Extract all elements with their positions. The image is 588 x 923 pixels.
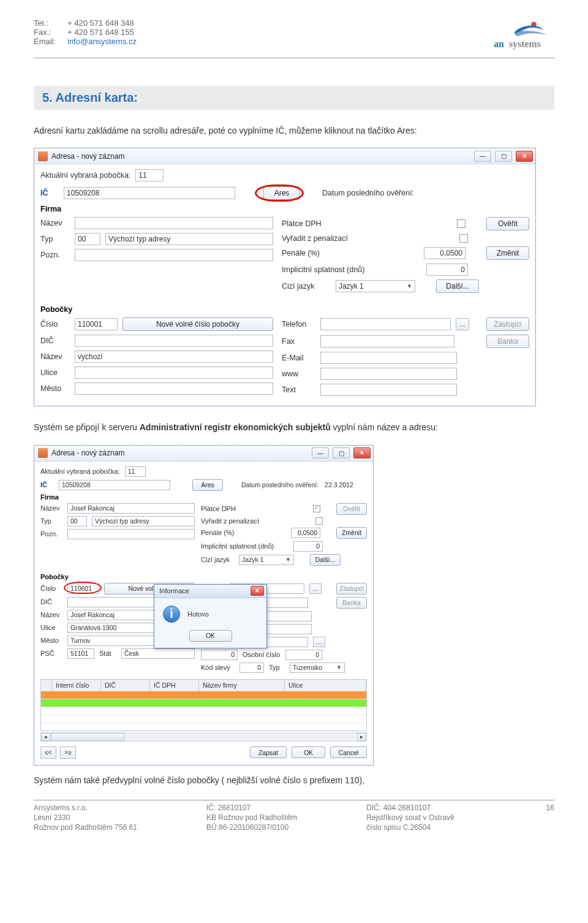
vyradit-label: Vyřadit z penalizací — [282, 234, 454, 243]
zastupci-button-2[interactable]: Zástupci — [336, 583, 367, 594]
firma-group-label-2: Firma — [40, 493, 59, 501]
typ-code-2[interactable]: 00 — [67, 516, 87, 526]
fax-input[interactable] — [320, 335, 454, 348]
penale-input-2[interactable]: 0,0500 — [291, 528, 320, 538]
ic-input-2[interactable]: 10509208 — [59, 480, 170, 490]
text-input[interactable] — [320, 384, 457, 396]
ok-button[interactable]: OK — [292, 746, 325, 758]
mesto-label-2: Město — [40, 637, 62, 644]
nazev-input[interactable] — [75, 217, 273, 229]
ares-button[interactable]: Ares — [263, 186, 300, 200]
pozn-input-2[interactable] — [67, 529, 195, 539]
nove-cislo-button[interactable]: Nové volné číslo pobočky — [123, 317, 273, 331]
text-more-2[interactable]: … — [313, 637, 325, 647]
ic-label-2: IČ — [40, 481, 54, 488]
vyradit-checkbox[interactable] — [459, 234, 468, 243]
dialog-close-button[interactable]: ✕ — [251, 586, 264, 596]
nazev-input-2[interactable]: Josef Rakoncaj — [67, 503, 195, 514]
cancel-button[interactable]: Cancel — [330, 746, 367, 758]
jazyk-dropdown[interactable]: Jazyk 1▼ — [336, 280, 415, 292]
email-link[interactable]: info@ansystems.cz — [67, 37, 137, 46]
banka-button-2[interactable]: Banka — [336, 597, 367, 609]
scroll-right-button[interactable]: ▸ — [357, 733, 366, 741]
footer-c1-l2: Lesní 2330 — [34, 813, 137, 822]
overit-button-2[interactable]: Ověřit — [336, 503, 367, 515]
cislo-label-2: Číslo — [40, 585, 62, 592]
cislo-label: Číslo — [40, 320, 70, 329]
cislo-input-2[interactable]: 110601 — [67, 583, 99, 594]
fax-label-2: Fax — [282, 337, 315, 346]
date-check-label-2: Datum posledního ověření: — [241, 481, 318, 488]
dalsi-button[interactable]: Další... — [436, 279, 479, 293]
pobocka-value[interactable]: 11 — [135, 169, 164, 181]
close-button-2[interactable]: ✕ — [353, 447, 371, 458]
zastupci-button[interactable]: Zástupci — [486, 317, 529, 331]
num-input-a[interactable]: 0 — [201, 650, 238, 660]
grid-col-2[interactable]: IČ DPH — [150, 680, 199, 691]
splatnost-input[interactable]: 0 — [426, 264, 468, 276]
maximize-button[interactable]: ▢ — [495, 151, 512, 162]
close-button[interactable]: ✕ — [516, 151, 533, 162]
chevron-down-icon: ▼ — [336, 664, 342, 670]
dialog-ok-button[interactable]: OK — [189, 630, 232, 642]
chevron-down-icon: ▼ — [407, 283, 412, 289]
minimize-button-2[interactable]: — — [312, 447, 329, 458]
zmenit-button-2[interactable]: Změnit — [336, 527, 367, 539]
nav-prev-button[interactable]: ≤< — [40, 746, 56, 759]
footer-c3-l1: DIČ: 404-26810107 — [366, 803, 454, 813]
scroll-left-button[interactable]: ◂ — [41, 733, 50, 741]
email2-input[interactable] — [320, 352, 457, 364]
horizontal-scrollbar[interactable]: ◂ ▸ — [40, 732, 367, 742]
grid-col-0[interactable]: Interní číslo — [52, 680, 101, 691]
grid-body[interactable] — [41, 691, 366, 731]
www-input[interactable] — [320, 368, 457, 380]
nazev2-input[interactable]: vychozí — [75, 351, 273, 363]
platce-dph-checkbox[interactable] — [457, 219, 466, 228]
typ-desc-input[interactable]: Výchozí typ adresy — [105, 233, 273, 245]
telefon-more-2[interactable]: … — [309, 583, 322, 594]
psc-input[interactable]: 51101 — [67, 648, 94, 659]
ulice-input[interactable] — [75, 367, 273, 379]
dic-input[interactable] — [75, 335, 273, 347]
telefon-input[interactable] — [320, 318, 451, 330]
typ2-dropdown[interactable]: Tuzemsko▼ — [290, 663, 345, 673]
nav-next-button[interactable]: >≥ — [60, 746, 76, 759]
ares-button-2[interactable]: Ares — [192, 479, 223, 491]
mesto-input[interactable] — [75, 382, 273, 395]
minimize-button[interactable]: — — [474, 151, 491, 162]
osobni-label: Osobní číslo — [243, 651, 281, 658]
nazev-label: Název — [40, 219, 70, 227]
kodslevy-input[interactable]: 0 — [239, 663, 264, 673]
vyradit-label-2: Vyřadit z penalizací — [201, 517, 311, 525]
telefon-more-button[interactable]: … — [456, 318, 469, 330]
app-icon — [38, 151, 48, 161]
penale-input[interactable]: 0,0500 — [424, 247, 466, 259]
cislo-input[interactable]: 110001 — [75, 318, 118, 330]
nazev2-label: Název — [40, 352, 70, 361]
grid-col-3[interactable]: Název firmy — [199, 680, 285, 691]
pobocka-value-2[interactable]: 11 — [125, 466, 146, 477]
overit-button[interactable]: Ověřit — [486, 217, 529, 230]
pozn-input[interactable] — [75, 249, 273, 261]
window-title: Adresa - nový záznam — [51, 152, 124, 161]
grid-col-1[interactable]: DIČ — [101, 680, 150, 691]
dialog-message: Hotovo — [187, 610, 209, 618]
dalsi-button-2[interactable]: Další... — [310, 554, 341, 566]
zapsat-button[interactable]: Zapsat — [250, 746, 287, 758]
scroll-thumb[interactable] — [51, 733, 124, 741]
date-value-2: 22.3.2012 — [325, 481, 353, 488]
platce-dph-checkbox-2[interactable] — [313, 505, 320, 512]
ic-input[interactable]: 10509208 — [64, 187, 235, 199]
vyradit-checkbox-2[interactable] — [315, 517, 323, 525]
osobni-input[interactable]: 0 — [285, 650, 322, 660]
stat-input[interactable]: Česk — [121, 648, 195, 659]
banka-button[interactable]: Banka — [486, 335, 529, 348]
maximize-button-2[interactable]: ▢ — [333, 447, 350, 458]
data-grid: Interní číslo DIČ IČ DPH Název firmy Uli… — [40, 679, 367, 731]
zmenit-button[interactable]: Změnit — [486, 246, 529, 260]
typ-desc-2[interactable]: Výchozí typ adresy — [92, 516, 195, 526]
typ-code-input[interactable]: 00 — [75, 233, 100, 245]
splatnost-input-2[interactable]: 0 — [293, 541, 323, 552]
grid-col-4[interactable]: Ulice — [285, 680, 366, 691]
jazyk-dropdown-2[interactable]: Jazyk 1▼ — [239, 555, 294, 565]
